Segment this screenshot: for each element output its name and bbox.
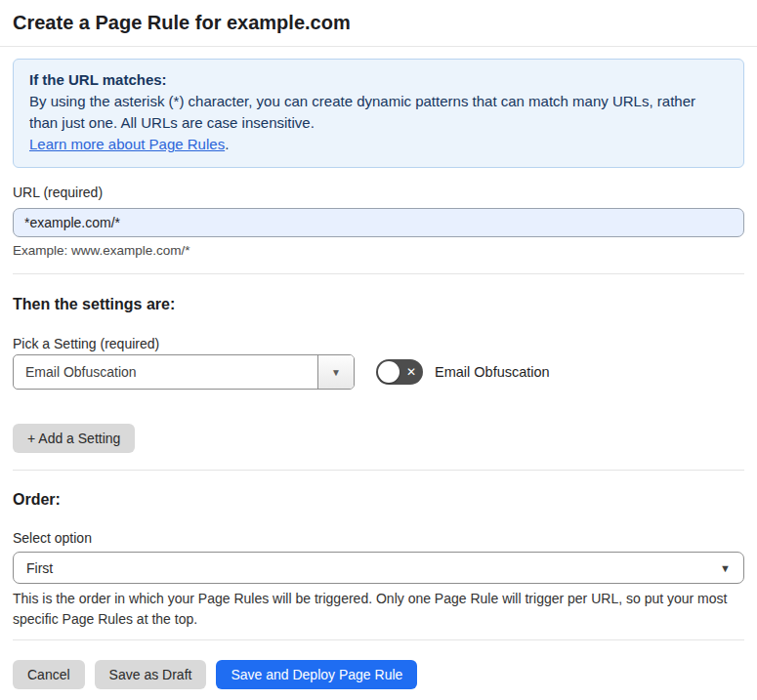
divider [13,639,744,640]
toggle-off-x-icon: ✕ [406,359,416,385]
footer-actions: Cancel Save as Draft Save and Deploy Pag… [13,660,744,689]
divider [13,470,744,471]
email-obfuscation-toggle[interactable]: ✕ [376,359,423,385]
toggle-knob [378,361,400,383]
save-draft-button[interactable]: Save as Draft [95,660,207,689]
setting-select[interactable]: Email Obfuscation ▼ [13,354,355,390]
info-box-link-line: Learn more about Page Rules. [29,134,728,155]
url-input[interactable] [13,208,744,237]
chevron-down-icon: ▼ [720,562,731,574]
header: Create a Page Rule for example.com [0,0,757,47]
create-page-rule-form: Create a Page Rule for example.com If th… [0,0,757,689]
order-help-text: This is the order in which your Page Rul… [13,589,736,630]
add-setting-button[interactable]: + Add a Setting [13,424,135,453]
info-box-body: By using the asterisk (*) character, you… [29,91,728,134]
order-select[interactable]: First ▼ [13,552,744,584]
url-field-label: URL (required) [13,185,744,200]
divider [13,273,744,274]
info-box-heading: If the URL matches: [29,69,728,91]
toggle-label: Email Obfuscation [435,364,550,380]
link-suffix: . [225,136,229,152]
save-deploy-button[interactable]: Save and Deploy Page Rule [216,660,417,689]
settings-section-heading: Then the settings are: [13,295,744,313]
cancel-button[interactable]: Cancel [13,660,85,689]
page-title: Create a Page Rule for example.com [13,11,744,34]
setting-select-value: Email Obfuscation [14,355,317,389]
url-match-info-box: If the URL matches: By using the asteris… [13,59,744,168]
chevron-down-icon: ▼ [331,367,341,378]
pick-setting-label: Pick a Setting (required) [13,336,744,351]
order-select-label: Select option [13,530,744,546]
setting-select-arrow-button[interactable]: ▼ [317,355,354,389]
setting-row: Email Obfuscation ▼ ✕ Email Obfuscation [13,354,744,390]
url-example-text: Example: www.example.com/* [13,243,744,259]
order-section-heading: Order: [13,490,744,509]
order-select-value: First [26,560,53,576]
learn-more-link[interactable]: Learn more about Page Rules [29,136,225,152]
